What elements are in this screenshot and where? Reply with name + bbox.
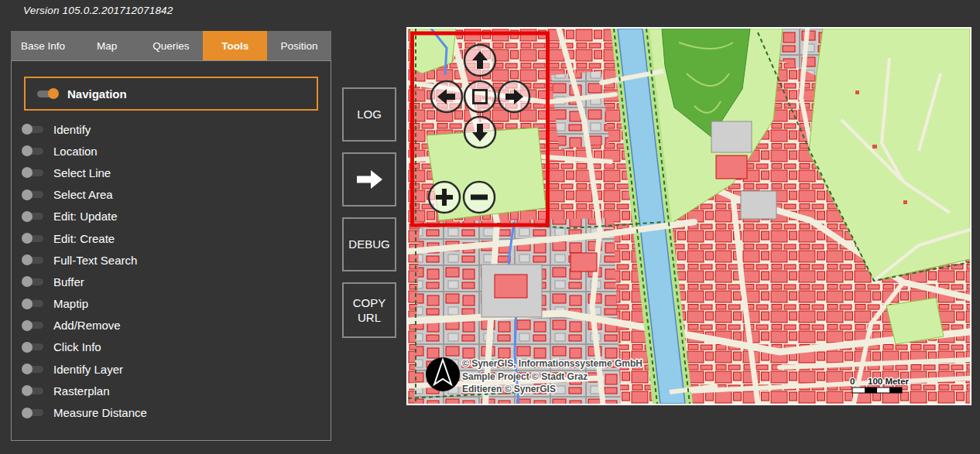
toggle-knob: [22, 189, 33, 200]
map-canvas: © SynerGIS, Informationssysteme GmbH Sam…: [408, 29, 970, 404]
version-label: Version 105.0.2.201712071842: [23, 5, 173, 16]
toggle-knob: [22, 233, 33, 244]
toggle-knob: [22, 211, 33, 222]
tool-row-measure-distance[interactable]: Measure Distance: [12, 401, 331, 423]
tool-label: Measure Distance: [53, 406, 147, 419]
tool-label: Edit: Update: [53, 210, 118, 223]
tool-row-add-remove[interactable]: Add/Remove: [12, 315, 331, 336]
toggle-knob: [22, 320, 33, 331]
toggle-knob: [22, 145, 33, 156]
scale-zero-label: 0: [850, 377, 855, 386]
toggle-knob: [22, 124, 33, 135]
forward-button[interactable]: [342, 152, 396, 207]
tool-label: Select Line: [53, 166, 111, 179]
toggle-navigation[interactable]: [37, 90, 57, 97]
pan-right-button[interactable]: [499, 81, 529, 112]
tool-label: Click Info: [53, 340, 101, 353]
toggle-identify[interactable]: [23, 126, 43, 133]
toggle-buffer[interactable]: [23, 278, 43, 285]
tool-row-full-text-search[interactable]: Full-Text Search: [12, 249, 331, 271]
toggle-knob: [22, 254, 33, 265]
toggle-knob: [22, 167, 33, 178]
toggle-edit-create[interactable]: [23, 235, 43, 242]
tool-label: Buffer: [53, 275, 84, 288]
toggle-measure-distance[interactable]: [23, 409, 43, 416]
tab-map[interactable]: Map: [75, 31, 139, 60]
tool-label: Full-Text Search: [53, 254, 137, 267]
toggle-full-text-search[interactable]: [23, 257, 43, 264]
toggle-maptip[interactable]: [23, 300, 43, 307]
attribution-line-2: Sample Project © Stadt Graz: [462, 371, 588, 382]
pan-up-button[interactable]: [464, 45, 495, 76]
toggle-select-area[interactable]: [23, 191, 43, 198]
tool-row-edit-update[interactable]: Edit: Update: [12, 206, 331, 227]
toggle-select-line[interactable]: [23, 169, 43, 176]
tool-label: Maptip: [53, 297, 88, 310]
toggle-knob: [48, 88, 59, 99]
tool-row-buffer[interactable]: Buffer: [12, 271, 331, 292]
toggle-edit-update[interactable]: [23, 213, 43, 220]
tool-row-identify-layer[interactable]: Identify Layer: [12, 358, 331, 380]
debug-button[interactable]: DEBUG: [342, 217, 396, 271]
toggle-knob: [22, 364, 33, 374]
attribution-line-1: © SynerGIS, Informationssysteme GmbH: [462, 358, 642, 369]
tool-label: Location: [53, 145, 98, 158]
tool-label: Add/Remove: [53, 319, 121, 332]
zoom-out-button[interactable]: [464, 182, 495, 213]
copy-url-button[interactable]: COPY URL: [342, 282, 396, 338]
toggle-click-info[interactable]: [23, 343, 43, 350]
toggle-knob: [22, 299, 33, 309]
toggle-identify-layer[interactable]: [23, 366, 43, 373]
scale-distance-label: 100 Meter: [868, 377, 910, 386]
toggle-knob: [22, 408, 33, 418]
tool-label: Select Area: [53, 188, 113, 201]
toggle-location[interactable]: [23, 148, 43, 155]
tool-label: Identify: [53, 123, 91, 136]
compass-icon: [426, 357, 460, 391]
tool-label: Rasterplan: [53, 384, 110, 398]
zoom-in-button[interactable]: [429, 182, 460, 213]
minus-icon: [471, 195, 488, 200]
tool-label: Edit: Create: [53, 232, 115, 245]
right-arrow-icon: [353, 167, 385, 192]
tool-row-identify[interactable]: Identify: [12, 118, 331, 140]
pan-center-button[interactable]: [464, 81, 495, 112]
tool-row-location[interactable]: Location: [12, 140, 331, 162]
tool-label: Identify Layer: [53, 363, 123, 376]
log-button[interactable]: LOG: [342, 87, 396, 142]
attribution-line-3: Editieren © SynerGIS: [462, 384, 556, 394]
pan-left-button[interactable]: [431, 81, 462, 112]
toggle-knob: [22, 385, 33, 396]
toggle-add-remove[interactable]: [23, 322, 43, 329]
tool-row-maptip[interactable]: Maptip: [12, 293, 331, 315]
toggle-knob: [22, 276, 33, 287]
tool-row-select-line[interactable]: Select Line: [12, 162, 331, 183]
tab-queries[interactable]: Queries: [139, 31, 204, 60]
toggle-rasterplan[interactable]: [23, 387, 43, 394]
toggle-knob: [22, 342, 33, 353]
tab-tools[interactable]: Tools: [203, 31, 267, 60]
pan-down-button[interactable]: [464, 117, 495, 148]
tool-label: Navigation: [67, 87, 127, 101]
tools-panel: NavigationIdentifyLocationSelect LineSel…: [11, 60, 331, 441]
tab-bar: Base InfoMapQueriesToolsPosition: [11, 31, 331, 60]
tool-row-edit-create[interactable]: Edit: Create: [12, 227, 331, 249]
tool-row-select-area[interactable]: Select Area: [12, 184, 331, 206]
tool-row-rasterplan[interactable]: Rasterplan: [12, 380, 331, 401]
tool-row-click-info[interactable]: Click Info: [12, 336, 331, 358]
tool-row-navigation[interactable]: Navigation: [24, 77, 318, 111]
tab-position[interactable]: Position: [267, 31, 331, 60]
map-view[interactable]: © SynerGIS, Informationssysteme GmbH Sam…: [406, 27, 971, 405]
tab-base-info[interactable]: Base Info: [11, 31, 75, 60]
